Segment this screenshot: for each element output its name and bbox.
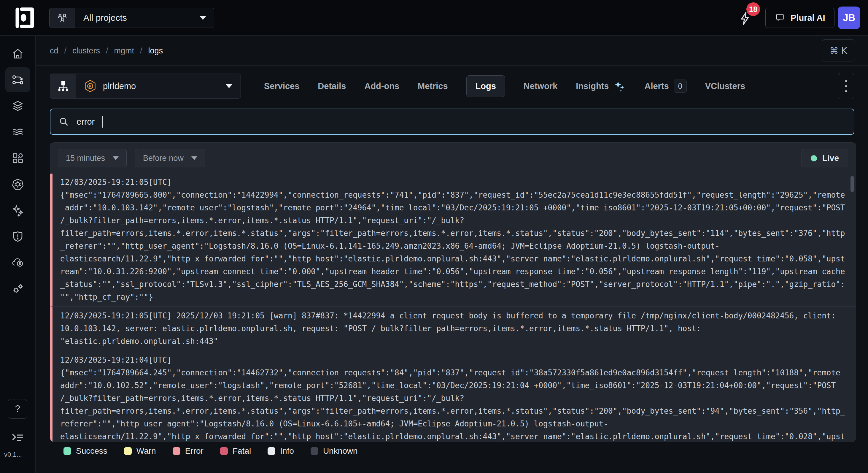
sidebar-item-kubernetes[interactable]: [10, 177, 26, 192]
chevron-down-icon: [226, 84, 232, 88]
kubernetes-helm-icon: [11, 178, 24, 191]
tab-vclusters[interactable]: VClusters: [705, 81, 745, 91]
legend-item-error: Error: [173, 446, 204, 456]
legend-swatch: [173, 447, 180, 455]
text-cursor: [102, 116, 103, 127]
log-list: 12/03/2025-19:21:05[UTC] {"msec":"176478…: [50, 174, 856, 442]
cluster-selector[interactable]: K plrldemo: [50, 73, 241, 98]
legend-item-info: Info: [268, 446, 294, 456]
sidebar-item-cost[interactable]: [10, 255, 26, 270]
anchor-value: Before now: [143, 154, 184, 163]
tab-metrics[interactable]: Metrics: [418, 81, 448, 91]
legend-label: Unknown: [323, 446, 358, 456]
command-palette-shortcut[interactable]: ⌘ K: [822, 39, 855, 61]
sidebar-item-ai[interactable]: [10, 203, 26, 218]
legend-label: Warn: [136, 446, 156, 456]
sidebar-item-security[interactable]: [10, 229, 26, 244]
home-icon: [11, 47, 24, 60]
waves-icon: [11, 125, 24, 139]
log-entry[interactable]: 12/03/2025-19:21:04[UTC] {"msec":"176478…: [50, 351, 856, 442]
project-selector-value: All projects: [75, 13, 127, 23]
sidebar-item-stacks[interactable]: [10, 98, 26, 114]
version-label: v0.1...: [4, 451, 22, 459]
severity-legend: SuccessWarnErrorFatalInfoUnknown: [63, 446, 358, 456]
legend-swatch: [220, 447, 228, 455]
live-status-dot: [811, 155, 817, 161]
tab-details[interactable]: Details: [318, 81, 346, 91]
help-button[interactable]: ?: [8, 399, 27, 419]
breadcrumb-separator: /: [64, 46, 67, 56]
cluster-header: K plrldemo Services Details Add-ons Metr…: [50, 73, 855, 99]
more-options-kebab-button[interactable]: [838, 73, 855, 99]
tab-alerts[interactable]: Alerts 0: [644, 80, 686, 93]
terminal-icon[interactable]: [11, 431, 25, 445]
sidebar-item-flows[interactable]: [10, 124, 26, 140]
sparkle-icon: [614, 80, 626, 92]
sidebar-item-settings[interactable]: [10, 281, 26, 296]
legend-item-success: Success: [63, 446, 107, 456]
continuous-deployment-icon: [11, 73, 24, 86]
breadcrumb-item-logs[interactable]: logs: [148, 46, 163, 56]
log-panel: 15 minutes Before now Live 12/03/2025-19…: [50, 142, 856, 442]
sidebar-item-home[interactable]: [10, 46, 26, 61]
log-entry[interactable]: 12/03/2025-19:21:05[UTC] {"msec":"176478…: [50, 174, 856, 306]
notification-count-badge[interactable]: 18: [746, 2, 760, 16]
k8s-cluster-icon: K: [83, 79, 97, 93]
legend-swatch: [268, 447, 275, 455]
breadcrumb-item-clusters[interactable]: clusters: [72, 46, 100, 56]
anchor-dropdown[interactable]: Before now: [135, 149, 205, 167]
tab-services[interactable]: Services: [264, 81, 299, 91]
tab-alerts-label: Alerts: [644, 81, 669, 91]
stacks-icon: [11, 99, 24, 113]
legend-label: Error: [185, 446, 204, 456]
breadcrumb-item-cd[interactable]: cd: [50, 46, 58, 56]
avatar[interactable]: JB: [838, 6, 860, 29]
projects-people-icon: [50, 8, 75, 28]
search-icon: [58, 116, 69, 127]
plural-ai-button[interactable]: Plural AI: [765, 8, 835, 28]
scrollbar-thumb[interactable]: [850, 176, 854, 192]
log-controls: 15 minutes Before now Live: [50, 143, 856, 174]
chat-bubble-icon: [775, 12, 785, 23]
cluster-tabs: Services Details Add-ons Metrics Logs Ne…: [264, 76, 745, 97]
catalog-blocks-icon: [11, 152, 24, 165]
chevron-down-icon: [199, 16, 206, 20]
svg-text:K: K: [89, 84, 92, 88]
cluster-tree-icon: [50, 74, 76, 98]
shield-alert-icon: [11, 230, 24, 243]
breadcrumb: cd/clusters/mgmt/logs: [50, 36, 163, 66]
alerts-count-badge: 0: [674, 80, 687, 93]
plural-ai-label: Plural AI: [790, 13, 825, 23]
log-entry[interactable]: 12/03/2025-19:21:05[UTC] 2025/12/03 19:2…: [50, 306, 856, 351]
legend-item-unknown: Unknown: [311, 446, 358, 456]
tab-network[interactable]: Network: [524, 81, 557, 91]
breadcrumb-item-mgmt[interactable]: mgmt: [114, 46, 134, 56]
sidebar: ? v0.1...: [0, 36, 36, 473]
cluster-name: plrldemo: [103, 81, 136, 91]
breadcrumb-row: cd/clusters/mgmt/logs ⌘ K: [36, 36, 868, 66]
sidebar-item-catalog[interactable]: [10, 150, 26, 166]
chevron-down-icon: [113, 156, 119, 160]
gears-icon: [11, 282, 24, 295]
time-range-value: 15 minutes: [66, 154, 105, 163]
legend-label: Info: [280, 446, 294, 456]
tab-logs[interactable]: Logs: [466, 76, 505, 97]
breadcrumb-separator: /: [106, 46, 108, 56]
top-bar: All projects 18 Plural AI JB: [0, 0, 868, 36]
time-range-dropdown[interactable]: 15 minutes: [58, 149, 127, 167]
project-selector[interactable]: All projects: [49, 8, 214, 28]
tab-addons[interactable]: Add-ons: [364, 81, 399, 91]
legend-label: Fatal: [232, 446, 251, 456]
chevron-down-icon: [191, 156, 197, 160]
sidebar-item-cd-selected[interactable]: [5, 67, 30, 92]
legend-swatch: [63, 447, 71, 455]
cloud-cost-icon: [11, 256, 24, 269]
legend-item-fatal: Fatal: [220, 446, 251, 456]
tab-insights-label: Insights: [576, 81, 609, 91]
tab-insights[interactable]: Insights: [576, 80, 626, 92]
live-toggle-button[interactable]: Live: [802, 149, 848, 167]
search-input[interactable]: error: [50, 109, 855, 135]
plural-logo-icon[interactable]: [12, 5, 38, 31]
legend-label: Success: [76, 446, 107, 456]
live-label: Live: [822, 153, 839, 163]
